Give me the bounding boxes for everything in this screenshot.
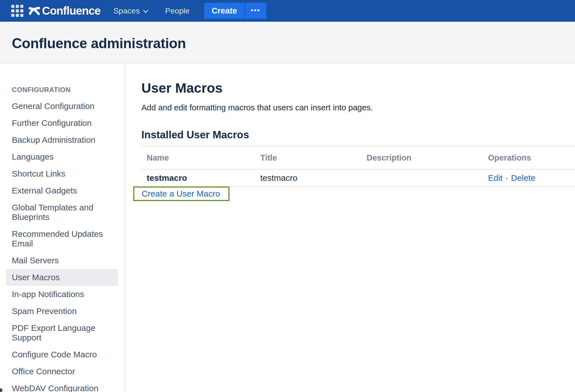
sidebar-section-label: CONFIGURATION	[12, 86, 124, 94]
create-button[interactable]: Create	[204, 3, 244, 19]
sidebar-item-shortcut-links[interactable]: Shortcut Links	[6, 165, 118, 182]
sidebar-item-further-configuration[interactable]: Further Configuration	[6, 115, 118, 132]
page-title: Confluence administration	[12, 35, 186, 52]
sidebar-item-webdav-configuration[interactable]: WebDAV Configuration	[6, 380, 118, 392]
macro-operations-cell: Edit·Delete	[483, 169, 575, 187]
app-switcher-icon[interactable]	[11, 5, 23, 17]
sidebar-item-configure-code-macro[interactable]: Configure Code Macro	[6, 346, 118, 363]
admin-sidebar: CONFIGURATION General Configuration Furt…	[0, 64, 125, 392]
annotation-highlight-box: Create a User Macro	[133, 186, 229, 201]
sidebar-item-user-macros[interactable]: User Macros	[6, 269, 118, 286]
edit-link[interactable]: Edit	[488, 173, 503, 182]
macro-description-cell	[361, 169, 483, 187]
column-header-name: Name	[141, 146, 255, 169]
confluence-mark-icon	[28, 5, 40, 17]
sidebar-list: General Configuration Further Configurat…	[0, 98, 118, 392]
main-content: User Macros Add and edit formatting macr…	[126, 64, 575, 392]
sidebar-item-backup-administration[interactable]: Backup Administration	[6, 132, 118, 148]
confluence-logo[interactable]: Confluence	[28, 5, 101, 17]
column-header-operations: Operations	[483, 146, 575, 169]
confluence-admin-page: Confluence Spaces People Create ••• Conf…	[0, 0, 575, 392]
sidebar-item-external-gadgets[interactable]: External Gadgets	[6, 182, 118, 199]
sidebar-item-pdf-export-language-support[interactable]: PDF Export Language Support	[6, 320, 118, 346]
table-row: testmacro testmacro Edit·Delete	[141, 169, 575, 187]
more-actions-button[interactable]: •••	[245, 3, 266, 19]
nav-spaces[interactable]: Spaces	[113, 6, 148, 15]
nav-people[interactable]: People	[165, 6, 190, 15]
create-button-group: Create •••	[204, 3, 266, 19]
page-header: Confluence administration	[0, 22, 575, 63]
content-description: Add and edit formatting macros that user…	[141, 103, 575, 113]
sidebar-item-general-configuration[interactable]: General Configuration	[6, 98, 118, 115]
create-user-macro-link[interactable]: Create a User Macro	[142, 189, 220, 198]
macro-name-cell: testmacro	[141, 169, 255, 187]
top-nav: Confluence Spaces People Create •••	[0, 0, 575, 22]
sidebar-item-in-app-notifications[interactable]: In-app Notifications	[6, 286, 118, 303]
delete-link[interactable]: Delete	[511, 173, 536, 182]
user-macros-table: Name Title Description Operations testma…	[141, 146, 575, 187]
sidebar-item-office-connector[interactable]: Office Connector	[6, 363, 118, 380]
sidebar-item-spam-prevention[interactable]: Spam Prevention	[6, 303, 118, 320]
operations-separator: ·	[505, 173, 508, 182]
sidebar-item-mail-servers[interactable]: Mail Servers	[6, 252, 118, 269]
sidebar-item-global-templates[interactable]: Global Templates and Blueprints	[6, 199, 118, 226]
installed-macros-heading: Installed User Macros	[141, 129, 575, 146]
column-header-title: Title	[255, 146, 361, 169]
column-header-description: Description	[361, 146, 483, 169]
table-header-row: Name Title Description Operations	[141, 146, 575, 169]
content-title: User Macros	[141, 80, 575, 96]
sidebar-item-recommended-updates-email[interactable]: Recommended Updates Email	[6, 226, 118, 252]
chevron-down-icon	[143, 10, 148, 13]
sidebar-item-languages[interactable]: Languages	[6, 148, 118, 165]
confluence-wordmark: Confluence	[42, 5, 101, 17]
macro-title-cell: testmacro	[255, 169, 361, 187]
